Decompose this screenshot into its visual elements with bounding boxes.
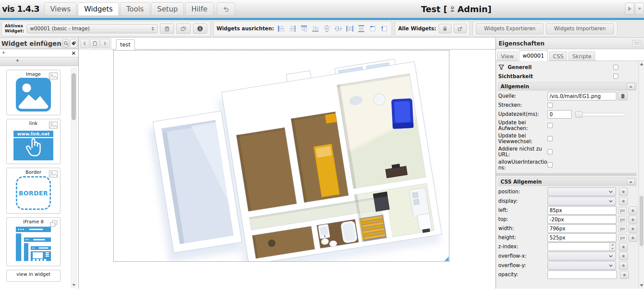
sichtbarkeit-checkbox[interactable] [613,74,618,79]
width-input[interactable] [548,224,616,233]
star-icon: ★ [631,235,635,240]
position-select[interactable] [548,187,616,196]
widget-card-image[interactable]: Image [6,70,60,115]
paste-view-button[interactable] [90,39,100,48]
widget-info-button[interactable] [193,24,207,34]
tab-widget[interactable]: w00001 [519,50,548,61]
slider-handle[interactable] [575,111,583,118]
overflow-x-select[interactable] [548,252,616,260]
scroll-down-icon[interactable] [72,284,76,286]
import-widgets-button[interactable]: Widgets Importieren [546,23,614,34]
favorite-button[interactable]: ★ [628,225,637,233]
px-unit-button[interactable]: px [618,225,627,232]
favorite-button[interactable]: ★ [628,234,637,242]
updatezeit-input[interactable] [548,110,572,119]
scroll-up-icon[interactable] [640,63,643,65]
distribute-horizontal-button[interactable] [345,24,354,33]
iframe-widget-preview [7,225,60,262]
selected-image-widget[interactable] [113,50,449,262]
height-input[interactable] [548,233,616,242]
opacity-input[interactable] [548,270,617,279]
collapse-button[interactable] [627,179,635,185]
show-all-widgets-button[interactable] [454,24,467,33]
menu-setup[interactable]: Setup [151,2,184,16]
display-select[interactable] [548,197,616,205]
widget-list-scrollbar[interactable] [71,68,77,288]
widget-filter-tag-button[interactable] [70,39,77,48]
widget-card-border[interactable]: Border BORDER [6,168,60,214]
next-view-button[interactable] [100,39,110,48]
menu-hilfe[interactable]: Hilfe [185,2,214,16]
tab-skripte[interactable]: Skripte [568,52,595,61]
update-aufwachen-checkbox[interactable] [548,123,553,128]
properties-scrollbar[interactable] [639,61,644,289]
widget-card-view-in-widget[interactable]: view in widget [6,270,60,282]
favorite-button[interactable]: ★ [628,216,637,224]
tab-css[interactable]: CSS [549,52,567,61]
spinner-buttons[interactable] [609,243,616,251]
undo-button[interactable] [217,2,235,16]
favorite-button[interactable]: ★ [619,261,628,269]
px-unit-button[interactable]: px [618,234,627,241]
scrollbar-thumb[interactable] [72,73,76,120]
resize-handle[interactable] [444,257,449,261]
px-unit-button[interactable]: px [618,216,627,223]
favorite-button[interactable]: ★ [628,206,637,215]
addiere-url-checkbox[interactable] [548,149,553,154]
widget-search-button[interactable] [62,39,69,48]
distribute-vertical-button[interactable] [357,24,366,33]
generell-checkbox[interactable] [613,65,618,70]
updatezeit-slider[interactable] [575,113,624,116]
zindex-input[interactable] [548,243,616,251]
favorite-button[interactable]: ★ [620,271,629,279]
align-right-button[interactable] [288,24,297,33]
menu-widgets[interactable]: Widgets [78,2,119,16]
match-height-button[interactable] [380,24,389,33]
active-widget-select[interactable]: w00001 (basic - Image) [27,24,158,33]
view-canvas[interactable] [79,50,496,289]
favorite-button[interactable]: ★ [619,243,628,251]
align-center-horizontal-button[interactable] [334,24,343,33]
left-input[interactable] [548,206,616,215]
section-css-allgemein[interactable]: CSS Allgemein [498,178,637,186]
update-viewwechsel-checkbox[interactable] [548,136,553,141]
widget-card-iframe8[interactable]: iFrame 8 [6,217,60,266]
favorite-button[interactable]: ★ [619,252,628,260]
quelle-input[interactable] [548,92,616,100]
view-tab-test[interactable]: test [116,39,135,50]
widget-category-select[interactable]: * [0,57,78,66]
clone-widget-button[interactable] [176,24,191,34]
align-bottom-button[interactable] [311,24,320,33]
scrollbar-thumb[interactable] [640,196,643,246]
widget-filter-input[interactable]: * × [0,49,78,57]
clear-filter-icon[interactable]: × [72,51,76,56]
scroll-down-icon[interactable] [640,284,643,287]
export-widgets-button[interactable]: Widgets Exportieren [476,23,543,34]
match-width-button[interactable] [368,24,377,33]
menu-tools[interactable]: Tools [120,2,150,16]
run-dropdown-button[interactable] [635,3,644,15]
favorite-button[interactable]: ★ [619,188,628,196]
align-top-button[interactable] [299,24,308,33]
menu-views[interactable]: Views [44,2,77,16]
top-input[interactable] [548,215,616,224]
generell-label: Generell [508,64,532,70]
prev-view-button[interactable] [80,39,89,48]
delete-widget-button[interactable] [160,24,174,34]
overflow-y-select[interactable] [548,261,616,270]
tab-view[interactable]: View [497,52,517,61]
collapse-button[interactable] [627,83,635,90]
browse-file-button[interactable] [618,92,627,100]
run-view-button[interactable] [625,3,634,15]
panel-handle-button[interactable] [632,40,641,47]
widget-card-link[interactable]: link www.link.net [6,119,60,164]
lock-all-widgets-button[interactable] [439,24,451,33]
align-left-button[interactable] [276,24,285,33]
section-allgemein[interactable]: Allgemein [498,82,637,91]
allow-interactions-checkbox[interactable] [548,162,553,167]
align-center-vertical-button[interactable] [322,24,331,33]
zindex-spinner[interactable] [548,243,616,251]
favorite-button[interactable]: ★ [619,197,628,205]
px-unit-button[interactable]: px [618,207,627,214]
strecken-checkbox[interactable] [548,103,553,108]
